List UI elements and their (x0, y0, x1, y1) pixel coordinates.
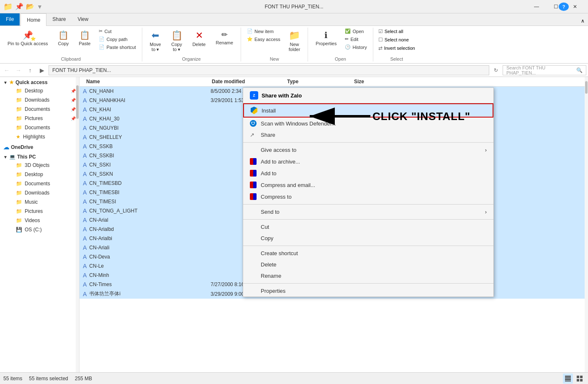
easy-access-button[interactable]: ⭐ Easy access (244, 36, 283, 43)
file-area: Name Date modified Type Size A CN_HANH 8… (80, 77, 588, 372)
tab-home[interactable]: Home (21, 13, 46, 26)
file-icon-23: A (83, 291, 87, 297)
large-icons-view-button[interactable] (575, 374, 585, 384)
title-controls: — ☐ ✕ (527, 0, 585, 13)
col-header-date[interactable]: Date modified (212, 79, 287, 84)
details-view-button[interactable] (563, 374, 573, 384)
open-icon: ✅ (345, 28, 351, 34)
new-content: 📄 New item ⭐ Easy access 📁 Newfolder (244, 28, 304, 55)
edit-button[interactable]: ✏ Edit (342, 36, 369, 43)
ctx-cut-item[interactable]: Cut (243, 221, 493, 233)
file-icon-15: A (83, 217, 87, 223)
sidebar-item-documents2[interactable]: 📁 Documents (0, 123, 79, 132)
history-button[interactable]: 🕒 History (342, 44, 369, 51)
ctx-create-shortcut-item[interactable]: Create shortcut (243, 248, 493, 259)
videos-icon: 📁 (16, 218, 22, 223)
breadcrumb-expand[interactable]: ▶ (37, 65, 47, 75)
rename-label: Rename (216, 40, 233, 45)
help-button[interactable]: ? (559, 3, 569, 11)
shield-icon (251, 107, 257, 114)
ctx-delete-item[interactable]: Delete (243, 259, 493, 270)
sidebar-item-desktop-pc[interactable]: 📁 Desktop (0, 170, 79, 179)
cut-icon: ✂ (99, 28, 103, 34)
tab-share[interactable]: Share (46, 13, 72, 26)
sidebar-item-os-c[interactable]: 💾 OS (C:) (0, 225, 79, 234)
ctx-copy-item[interactable]: Copy (243, 233, 493, 244)
sidebar-scrollbar-track[interactable] (76, 77, 79, 372)
rename-button[interactable]: ✏ Rename (211, 28, 237, 48)
up-button[interactable]: ↑ (25, 65, 35, 75)
col-header-size[interactable]: Size (354, 79, 396, 84)
ctx-share-item[interactable]: ↗ Share (243, 129, 493, 141)
new-folder-button[interactable]: 📁 Newfolder (285, 28, 305, 54)
svg-rect-3 (565, 377, 571, 379)
search-box[interactable]: Search FONT THU PHAP_TIEN... 🔍 (503, 65, 586, 75)
copy-to-button[interactable]: 📋 Copyto ▾ (167, 28, 187, 55)
highlights-icon: ★ (16, 134, 21, 140)
ctx-compress-to-item[interactable]: Compress to (243, 191, 493, 202)
sidebar-item-documents-drive[interactable]: 📁 Documents (0, 179, 79, 188)
sidebar-item-pictures[interactable]: 📁 Pictures 📌 (0, 114, 79, 123)
cut-button[interactable]: ✂ Cut (96, 28, 138, 35)
ctx-scan-label: Scan with Windows Defender... (261, 120, 336, 127)
ctx-properties-item[interactable]: Properties (243, 285, 493, 297)
sidebar-item-highlights[interactable]: ★ Highlights (0, 132, 79, 141)
back-button[interactable]: ← (2, 65, 12, 75)
paste-button[interactable]: 📋 Paste (74, 28, 95, 49)
sidebar-item-downloads[interactable]: 📁 Downloads 📌 (0, 95, 79, 105)
col-header-type[interactable]: Type (287, 79, 354, 84)
sidebar-item-3d[interactable]: 📁 3D Objects (0, 161, 79, 170)
ctx-add-to-label: Add to (261, 170, 277, 177)
sidebar-item-videos[interactable]: 📁 Videos (0, 216, 79, 225)
delete-label: Delete (193, 42, 206, 47)
ctx-send-to-item[interactable]: Send to › (243, 206, 493, 218)
ctx-install-item[interactable]: Install (243, 103, 493, 118)
onedrive-header[interactable]: ☁ OneDrive (0, 141, 79, 151)
paste-shortcut-button[interactable]: 📄 Paste shortcut (96, 44, 138, 51)
ctx-rename-item[interactable]: Rename (243, 270, 493, 282)
quick-access-header[interactable]: ▼ ★ Quick access (0, 77, 79, 86)
file-name-21: CN-Minh (89, 272, 211, 278)
select-all-button[interactable]: ☑ Select all (377, 28, 417, 35)
move-to-button[interactable]: ⬅ Moveto ▾ (146, 28, 165, 55)
copy-path-button[interactable]: 📄 Copy path (96, 36, 138, 43)
onedrive-label: OneDrive (11, 144, 33, 150)
desktop-icon: 📁 (16, 88, 22, 94)
open-button[interactable]: ✅ Open (342, 28, 369, 35)
pin-to-quick-access-button[interactable]: 📌 ⭐ Pin to Quick access (3, 28, 52, 49)
sidebar-item-documents[interactable]: 📁 Documents 📌 (0, 105, 79, 114)
delete-button[interactable]: ✕ Delete (188, 28, 210, 49)
select-all-icon: ☑ (378, 28, 383, 34)
open-label: Open (352, 29, 364, 34)
copy-button[interactable]: 📋 Copy (54, 28, 73, 49)
properties-button[interactable]: ℹ Properties (311, 28, 341, 49)
sidebar-item-music[interactable]: 📁 Music (0, 197, 79, 207)
sidebar-item-pictures-drive[interactable]: 📁 Pictures (0, 207, 79, 216)
sidebar-item-desktop[interactable]: 📁 Desktop 📌 (0, 86, 79, 95)
col-header-name[interactable]: Name (86, 79, 212, 84)
sidebar-item-downloads-drive[interactable]: 📁 Downloads (0, 188, 79, 197)
tab-view[interactable]: View (72, 13, 94, 26)
tab-file[interactable]: File (0, 13, 20, 26)
ctx-scan-item[interactable]: 🛡 Scan with Windows Defender... (243, 118, 493, 129)
ctx-add-archive-item[interactable]: Add to archive... (243, 156, 493, 167)
invert-selection-button[interactable]: ⇄ Invert selection (377, 44, 417, 52)
file-area-scrollbar-track[interactable] (585, 77, 588, 372)
this-pc-header[interactable]: ▼ 💻 This PC (0, 151, 79, 161)
refresh-button[interactable]: ↻ (491, 65, 501, 75)
new-item-button[interactable]: 📄 New item (244, 28, 283, 35)
minimize-button[interactable]: — (527, 0, 546, 13)
ctx-delete-label: Delete (261, 261, 277, 268)
ctx-compress-email-item[interactable]: Compress and email... (243, 179, 493, 191)
svg-rect-5 (565, 381, 571, 381)
select-none-button[interactable]: ☐ Select none (377, 36, 417, 44)
file-icon-14: A (83, 207, 87, 214)
winrar-icon-2 (250, 170, 257, 177)
ctx-give-access-item[interactable]: Give access to › (243, 144, 493, 156)
ctx-add-to-item[interactable]: Add to (243, 167, 493, 179)
title-bar-menu[interactable]: ▼ (37, 3, 43, 10)
forward-button[interactable]: → (13, 65, 23, 75)
ribbon-collapse[interactable]: ∧ (578, 16, 588, 26)
sidebar-scrollbar-thumb (76, 85, 79, 119)
address-input[interactable]: FONT THU PHAP_TIEN... (49, 65, 489, 75)
